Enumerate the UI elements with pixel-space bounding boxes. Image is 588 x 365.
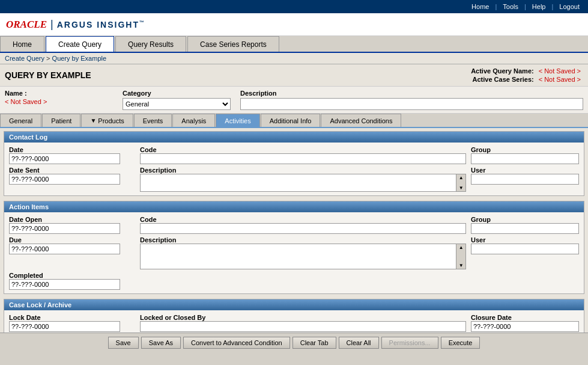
contact-log-user-label: User [471,167,579,174]
logo-separator: | [50,18,53,31]
case-lock-body: Lock Date Locked or Closed By Closure Da… [4,310,584,333]
lock-date-group: Lock Date [9,314,135,332]
contact-log-group-input[interactable] [471,153,579,164]
contact-log-body: Date Code Group Date Sent [4,143,584,195]
active-query-name-label: Active Query Name: [468,67,536,75]
action-dateopen-input[interactable] [9,223,120,234]
case-lock-section: Case Lock / Archive Lock Date Locked or … [4,299,584,333]
main-tab-case-series[interactable]: Case Series Reports [187,36,279,52]
sub-tab-advanced-conditions[interactable]: Advanced Conditions [321,114,401,127]
contact-log-header: Contact Log [4,132,584,143]
tools-nav-btn[interactable]: Tools [497,2,524,11]
contact-log-section: Contact Log Date Code Group [4,131,584,196]
contact-log-description-label: Description [140,167,466,174]
sub-tab-additional-info[interactable]: Additional Info [261,114,321,127]
action-due-input[interactable] [9,244,120,254]
action-user-label: User [471,236,579,244]
locked-by-input[interactable] [140,321,466,332]
action-items-header: Action Items [4,201,584,212]
contact-log-datesent-input[interactable] [9,174,120,185]
contact-log-datesent-group: Date Sent [9,167,135,192]
breadcrumb-part2: Query by Example [52,55,106,62]
action-items-section: Action Items Date Open Code Group [4,201,584,294]
sub-tab-patient[interactable]: Patient [42,114,80,127]
name-field-group: Name : < Not Saved > [5,90,113,105]
locked-by-group: Locked or Closed By [140,314,466,332]
sub-tab-analysis[interactable]: Analysis [172,114,215,127]
sub-tab-general[interactable]: General [0,114,41,127]
action-due-group: Due [9,236,135,269]
sub-tab-activities[interactable]: Activities [216,114,259,127]
lock-date-input[interactable] [9,321,120,332]
save-as-button[interactable]: Save As [141,337,181,349]
action-group-label: Group [471,216,579,223]
category-select[interactable]: General [123,98,231,110]
action-dateopen-group: Date Open [9,216,135,234]
argus-insight-logo: ARGUS INSIGHT™ [57,20,145,29]
contact-log-datesent-label: Date Sent [9,167,135,174]
clear-all-button[interactable]: Clear All [339,337,379,349]
description-scroll-down-icon[interactable]: ▼ [456,185,465,191]
closure-date-label: Closure Date [471,314,579,321]
action-description-group: Description ▲ ▼ [140,236,466,269]
sub-tab-products-label: Products [98,117,124,124]
main-tab-home[interactable]: Home [0,36,44,52]
contact-log-code-label: Code [140,146,466,153]
contact-log-date-input[interactable] [9,153,120,164]
contact-log-code-group: Code [140,146,466,164]
clear-tab-button[interactable]: Clear Tab [292,337,336,349]
page-title: QUERY BY EXAMPLE [5,70,91,80]
contact-log-user-group: User [471,167,579,192]
action-group-group: Group [471,216,579,234]
action-description-textarea[interactable] [140,244,456,269]
active-query-info: Active Query Name: < Not Saved > Active … [468,67,583,84]
contact-log-date-label: Date [9,146,135,153]
name-label: Name : [5,90,113,97]
permissions-button[interactable]: Permissions... [381,337,438,349]
category-field-group: Category General [123,90,231,110]
contact-log-user-input[interactable] [471,174,579,185]
products-filter-icon: ▼ [90,117,96,124]
save-button[interactable]: Save [108,337,139,349]
description-label: Description [240,90,583,97]
action-desc-scroll-up-icon[interactable]: ▲ [456,244,465,251]
oracle-logo: ORACLE [6,19,47,31]
case-lock-header: Case Lock / Archive [4,299,584,310]
main-tab-create-query[interactable]: Create Query [46,36,114,52]
category-label: Category [123,90,231,97]
action-dateopen-label: Date Open [9,216,135,223]
action-completed-input[interactable] [9,279,120,290]
action-group-input[interactable] [471,223,579,234]
action-completed-group: Completed [9,272,135,290]
main-tab-query-results[interactable]: Query Results [115,36,186,52]
action-user-input[interactable] [471,244,579,254]
action-items-body: Date Open Code Group Due [4,212,584,293]
active-case-series-value: < Not Saved > [536,75,583,84]
sub-tab-products[interactable]: ▼ Products [81,114,133,127]
logout-nav-btn[interactable]: Logout [553,2,586,11]
action-completed-label: Completed [9,272,135,279]
sub-tab-events[interactable]: Events [134,114,172,127]
active-query-name-value: < Not Saved > [536,67,583,75]
contact-log-description-textarea[interactable] [140,174,456,192]
contact-log-description-group: Description ▲ ▼ [140,167,466,192]
description-scroll-up-icon[interactable]: ▲ [456,174,465,181]
closure-date-input[interactable] [471,321,579,332]
breadcrumb-separator: > [46,55,52,62]
name-value: < Not Saved > [5,98,113,105]
action-code-input[interactable] [140,223,466,234]
action-description-label: Description [140,236,466,244]
convert-to-advanced-button[interactable]: Convert to Advanced Condition [183,337,290,349]
active-case-series-label: Active Case Series: [468,75,536,84]
contact-log-group-label: Group [471,146,579,153]
contact-log-group-group: Group [471,146,579,164]
help-nav-btn[interactable]: Help [526,2,552,11]
breadcrumb-part1: Create Query [5,55,44,62]
description-input[interactable] [240,98,583,110]
execute-button[interactable]: Execute [441,337,480,349]
home-nav-btn[interactable]: Home [465,2,495,11]
contact-log-code-input[interactable] [140,153,466,164]
contact-log-date-group: Date [9,146,135,164]
action-desc-scroll-down-icon[interactable]: ▼ [456,262,465,269]
action-code-group: Code [140,216,466,234]
